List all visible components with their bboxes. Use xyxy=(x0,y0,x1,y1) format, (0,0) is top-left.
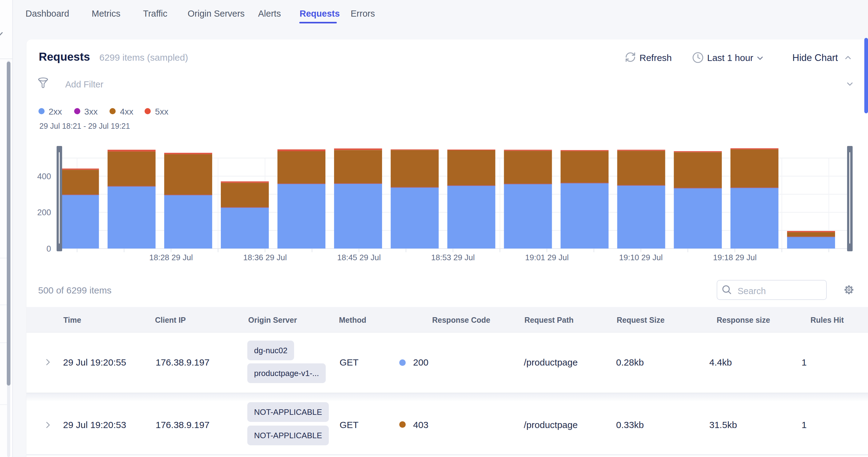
svg-text:19:01 29 Jul: 19:01 29 Jul xyxy=(525,253,569,262)
svg-text:19:18 29 Jul: 19:18 29 Jul xyxy=(713,253,757,262)
svg-text:0: 0 xyxy=(46,244,51,253)
svg-text:18:45 29 Jul: 18:45 29 Jul xyxy=(337,253,381,262)
svg-text:18:36 29 Jul: 18:36 29 Jul xyxy=(243,253,287,262)
svg-text:19:10 29 Jul: 19:10 29 Jul xyxy=(619,253,663,262)
svg-text:400: 400 xyxy=(37,172,51,181)
svg-text:18:28 29 Jul: 18:28 29 Jul xyxy=(149,253,193,262)
svg-text:200: 200 xyxy=(37,208,51,217)
svg-text:18:53 29 Jul: 18:53 29 Jul xyxy=(431,253,475,262)
